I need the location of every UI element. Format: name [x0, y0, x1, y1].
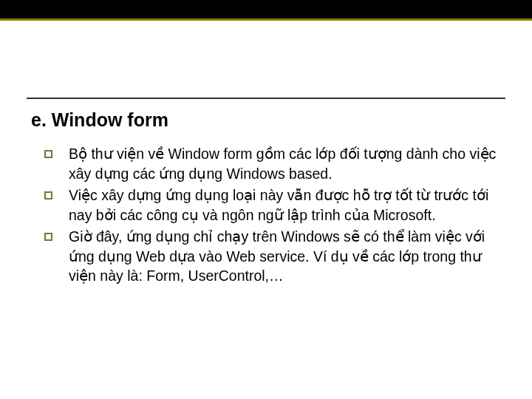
list-item: Việc xây dựng ứng dụng loại này vẫn được…: [44, 185, 501, 225]
list-item: Giờ đây, ứng dụng chỉ chạy trên Windows …: [44, 227, 501, 287]
horizontal-divider: [27, 98, 505, 99]
square-bullet-icon: [44, 191, 52, 200]
bullet-list: Bộ thư viện về Window form gồm các lớp đ…: [31, 144, 501, 286]
slide-content: e. Window form Bộ thư viện về Window for…: [31, 109, 501, 287]
list-item: Bộ thư viện về Window form gồm các lớp đ…: [44, 144, 501, 184]
section-heading: e. Window form: [31, 109, 501, 131]
square-bullet-icon: [44, 233, 52, 241]
slide-top-band: [0, 0, 532, 21]
list-item-text: Việc xây dựng ứng dụng loại này vẫn được…: [69, 185, 501, 225]
list-item-text: Bộ thư viện về Window form gồm các lớp đ…: [69, 144, 501, 184]
square-bullet-icon: [44, 150, 52, 158]
list-item-text: Giờ đây, ứng dụng chỉ chạy trên Windows …: [69, 227, 501, 287]
